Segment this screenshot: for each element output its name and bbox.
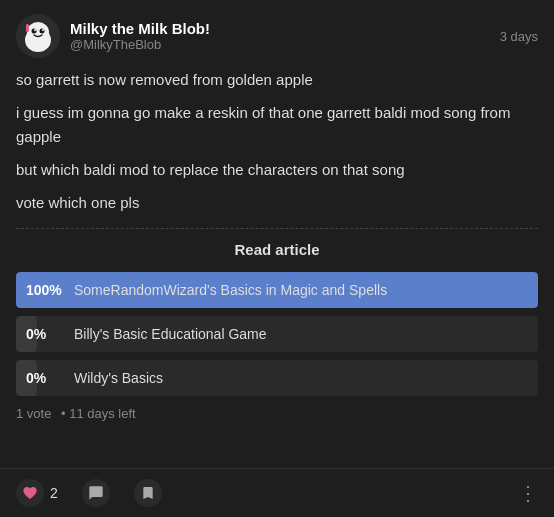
comment-icon: [88, 485, 104, 501]
tweet-line-3: but which baldi mod to replace the chara…: [16, 158, 538, 181]
bookmark-icon-wrapper: [134, 479, 162, 507]
like-icon-wrapper: [16, 479, 44, 507]
read-article-label[interactable]: Read article: [16, 241, 538, 258]
tweet-line-2: i guess im gonna go make a reskin of tha…: [16, 101, 538, 148]
poll-percent-1: 100%: [26, 282, 64, 298]
like-action[interactable]: 2: [16, 479, 58, 507]
poll-percent-2: 0%: [26, 326, 64, 342]
bookmark-action[interactable]: [134, 479, 162, 507]
poll-option-1[interactable]: 100% SomeRandomWizard's Basics in Magic …: [16, 272, 538, 308]
tweet-line-4: vote which one pls: [16, 191, 538, 214]
tweet-line-1: so garrett is now removed from golden ap…: [16, 68, 538, 91]
time-left: 11 days left: [69, 406, 136, 421]
svg-rect-7: [26, 24, 29, 32]
poll-section: Read article 100% SomeRandomWizard's Bas…: [16, 228, 538, 421]
poll-label-1: SomeRandomWizard's Basics in Magic and S…: [74, 282, 387, 298]
poll-option-2[interactable]: 0% Billy's Basic Educational Game: [16, 316, 538, 352]
tweet-header: Milky the Milk Blob! @MilkyTheBlob 3 day…: [16, 14, 538, 58]
tweet-container: Milky the Milk Blob! @MilkyTheBlob 3 day…: [0, 0, 554, 468]
username[interactable]: @MilkyTheBlob: [70, 37, 210, 52]
poll-option-3[interactable]: 0% Wildy's Basics: [16, 360, 538, 396]
timestamp: 3 days: [500, 29, 538, 44]
display-name[interactable]: Milky the Milk Blob!: [70, 20, 210, 37]
svg-point-3: [32, 29, 37, 34]
svg-point-4: [40, 29, 45, 34]
svg-point-2: [27, 22, 49, 42]
user-info: Milky the Milk Blob! @MilkyTheBlob: [70, 20, 210, 52]
comment-icon-wrapper: [82, 479, 110, 507]
tweet-footer: 2 ⋮: [0, 468, 554, 517]
poll-option-content-1: 100% SomeRandomWizard's Basics in Magic …: [16, 282, 538, 298]
poll-option-content-2: 0% Billy's Basic Educational Game: [16, 326, 538, 342]
more-button[interactable]: ⋮: [518, 481, 538, 505]
like-count: 2: [50, 485, 58, 501]
poll-percent-3: 0%: [26, 370, 64, 386]
tweet-body: so garrett is now removed from golden ap…: [16, 68, 538, 214]
avatar[interactable]: [16, 14, 60, 58]
footer-left: 2: [16, 479, 162, 507]
comment-action[interactable]: [82, 479, 110, 507]
heart-icon: [22, 485, 38, 501]
poll-meta: 1 vote • 11 days left: [16, 406, 538, 421]
poll-label-2: Billy's Basic Educational Game: [74, 326, 267, 342]
poll-options: 100% SomeRandomWizard's Basics in Magic …: [16, 272, 538, 396]
vote-count: 1 vote: [16, 406, 51, 421]
poll-label-3: Wildy's Basics: [74, 370, 163, 386]
bookmark-icon: [140, 485, 156, 501]
svg-point-5: [34, 29, 36, 31]
tweet-header-left: Milky the Milk Blob! @MilkyTheBlob: [16, 14, 210, 58]
svg-point-6: [42, 29, 44, 31]
poll-option-content-3: 0% Wildy's Basics: [16, 370, 538, 386]
